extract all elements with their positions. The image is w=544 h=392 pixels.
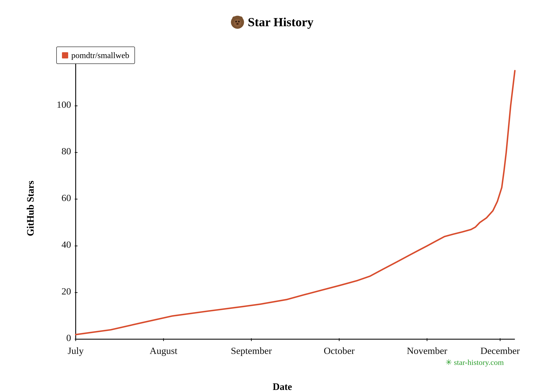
chart-container: Star History GitHub Stars pomdtr/smallwe…	[22, 15, 522, 377]
legend-label: pomdtr/smallweb	[71, 51, 129, 60]
legend-color	[62, 52, 68, 58]
chart-title: Star History	[231, 15, 313, 29]
svg-text:July: July	[68, 345, 84, 356]
x-axis-label: Date	[42, 381, 522, 392]
bear-icon	[231, 15, 244, 29]
svg-text:60: 60	[61, 192, 71, 203]
main-chart-svg: 0 20 40 60 80 100 July August	[42, 40, 522, 377]
svg-point-3	[234, 19, 241, 27]
svg-point-7	[237, 23, 238, 24]
svg-text:100: 100	[57, 99, 71, 110]
svg-text:80: 80	[61, 146, 71, 156]
data-line	[76, 71, 515, 334]
svg-text:November: November	[407, 345, 447, 356]
title-text: Star History	[248, 15, 313, 29]
chart-area: GitHub Stars pomdtr/smallweb 0	[22, 40, 522, 377]
svg-point-5	[238, 21, 240, 23]
svg-text:December: December	[480, 345, 520, 356]
svg-text:September: September	[231, 345, 272, 356]
svg-text:40: 40	[61, 239, 71, 250]
chart-inner: pomdtr/smallweb 0 20 40	[42, 40, 522, 377]
svg-text:August: August	[150, 345, 177, 356]
y-axis-label: GitHub Stars	[22, 40, 39, 377]
svg-text:October: October	[324, 345, 355, 356]
legend: pomdtr/smallweb	[56, 46, 135, 64]
svg-text:✳ star-history.com: ✳ star-history.com	[445, 358, 504, 367]
svg-text:0: 0	[66, 332, 71, 343]
svg-point-4	[235, 21, 237, 23]
svg-text:20: 20	[61, 286, 71, 296]
